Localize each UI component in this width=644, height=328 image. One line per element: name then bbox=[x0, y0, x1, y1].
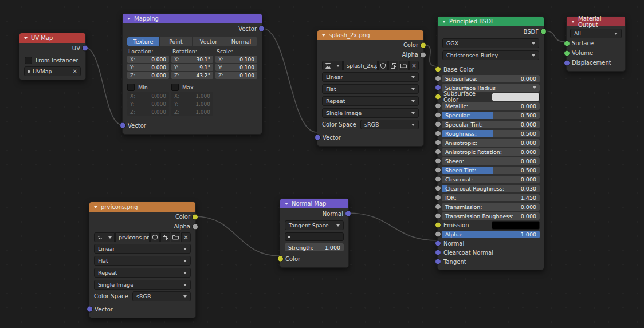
collapse-icon[interactable] bbox=[94, 206, 97, 208]
alpha-slider[interactable]: Alpha:1.000 bbox=[442, 231, 540, 238]
prvicons-header[interactable]: prvicons.png bbox=[89, 202, 195, 212]
anisotropic-slider[interactable]: Anisotropic:0.000 bbox=[442, 139, 540, 147]
collapse-icon[interactable] bbox=[442, 21, 446, 23]
space-dropdown[interactable]: Tangent Space bbox=[285, 220, 344, 230]
transmission-slider[interactable]: Transmission:0.000 bbox=[442, 203, 540, 211]
interpolation-dropdown[interactable]: Linear bbox=[322, 72, 419, 82]
subsurface-input-socket[interactable] bbox=[435, 76, 441, 82]
node-mapping[interactable]: Mapping Vector Texture Point Vector Norm… bbox=[122, 13, 262, 135]
normal-output-socket[interactable] bbox=[345, 211, 351, 217]
uv-output-socket[interactable] bbox=[82, 45, 88, 52]
roughness-input-socket[interactable] bbox=[435, 131, 441, 137]
min-y-field[interactable]: Y:0.000 bbox=[127, 100, 169, 108]
image-browse-button[interactable] bbox=[322, 61, 343, 70]
color-input-socket[interactable] bbox=[277, 256, 284, 262]
principled-header[interactable]: Principled BSDF bbox=[438, 17, 544, 26]
rotation-x-field[interactable]: X:30.1° bbox=[171, 56, 213, 63]
subsurface-color-swatch[interactable] bbox=[492, 93, 540, 101]
vector-input-socket[interactable] bbox=[87, 306, 93, 313]
clearcoat-slider[interactable]: Clearcoat:0.000 bbox=[442, 176, 540, 183]
open-file-button[interactable] bbox=[399, 61, 409, 70]
splash-header[interactable]: splash_2x.png bbox=[317, 30, 423, 40]
displacement-input-socket[interactable] bbox=[564, 60, 570, 66]
emission-input-socket[interactable] bbox=[435, 222, 441, 228]
rotation-z-field[interactable]: Z:43.2° bbox=[171, 72, 213, 79]
location-y-field[interactable]: Y:0.000 bbox=[127, 64, 169, 71]
projection-dropdown[interactable]: Flat bbox=[94, 256, 191, 266]
duplicate-button[interactable] bbox=[388, 61, 398, 70]
node-principled-bsdf[interactable]: Principled BSDF BSDF GGX Christensen-Bur… bbox=[437, 16, 544, 270]
unlink-button[interactable]: × bbox=[181, 232, 191, 242]
color-output-socket[interactable] bbox=[420, 42, 426, 48]
vector-type-button[interactable]: Vector bbox=[193, 37, 225, 46]
transmission-input-socket[interactable] bbox=[435, 204, 441, 210]
sheen-input-socket[interactable] bbox=[435, 158, 441, 164]
source-dropdown[interactable]: Single Image bbox=[94, 280, 191, 290]
subsurface-method-dropdown[interactable]: Christensen-Burley bbox=[442, 50, 539, 60]
sheen-tint-input-socket[interactable] bbox=[435, 167, 441, 173]
scale-z-field[interactable]: Z:0.100 bbox=[215, 72, 257, 79]
node-material-output[interactable]: Material Output All Surface Volume Displ… bbox=[566, 16, 626, 72]
clearcoat-roughness-slider[interactable]: Clearcoat Roughness:0.030 bbox=[442, 185, 540, 192]
image-browse-button[interactable] bbox=[94, 232, 115, 242]
collapse-icon[interactable] bbox=[571, 21, 575, 23]
extension-dropdown[interactable]: Repeat bbox=[322, 96, 419, 106]
strength-slider[interactable]: Strength: 1.000 bbox=[285, 243, 344, 251]
max-x-field[interactable]: X:1.000 bbox=[171, 92, 213, 100]
specular-tint-input-socket[interactable] bbox=[435, 121, 441, 128]
normal-input-socket[interactable] bbox=[435, 240, 441, 247]
scale-x-field[interactable]: X:0.100 bbox=[215, 56, 257, 63]
alpha-output-socket[interactable] bbox=[420, 52, 426, 58]
projection-dropdown[interactable]: Flat bbox=[322, 84, 419, 94]
uv-map-header[interactable]: UV Map bbox=[19, 33, 85, 43]
image-name-field[interactable]: splash_2x.png bbox=[343, 61, 378, 70]
roughness-slider[interactable]: Roughness:0.500 bbox=[442, 130, 540, 137]
min-x-field[interactable]: X:0.000 bbox=[127, 92, 169, 100]
scale-y-field[interactable]: Y:0.100 bbox=[215, 64, 257, 71]
texture-type-button[interactable]: Texture bbox=[127, 37, 159, 46]
metallic-input-socket[interactable] bbox=[435, 103, 441, 109]
color-output-socket[interactable] bbox=[192, 214, 198, 220]
clearcoat-roughness-input-socket[interactable] bbox=[435, 185, 441, 192]
max-y-field[interactable]: Y:1.000 bbox=[171, 100, 213, 108]
fake-user-button[interactable] bbox=[378, 61, 388, 70]
alpha-output-socket[interactable] bbox=[192, 223, 198, 230]
min-z-field[interactable]: Z:0.000 bbox=[127, 108, 169, 116]
collapse-icon[interactable] bbox=[285, 203, 288, 205]
bsdf-output-socket[interactable] bbox=[540, 29, 547, 35]
node-image-texture-prvicons[interactable]: prvicons.png Color Alpha prvicons.png × … bbox=[89, 201, 196, 318]
clearcoat-normal-input-socket[interactable] bbox=[435, 250, 441, 256]
clear-uvmap-icon[interactable]: × bbox=[73, 69, 77, 74]
sheen-slider[interactable]: Sheen:0.000 bbox=[442, 157, 540, 165]
clearcoat-input-socket[interactable] bbox=[435, 176, 441, 183]
collapse-icon[interactable] bbox=[127, 18, 131, 20]
location-x-field[interactable]: X:0.000 bbox=[127, 56, 169, 63]
specular-input-socket[interactable] bbox=[435, 112, 441, 118]
vector-output-socket[interactable] bbox=[258, 26, 265, 32]
node-image-texture-splash[interactable]: splash_2x.png Color Alpha splash_2x.png … bbox=[317, 30, 424, 147]
specular-slider[interactable]: Specular:0.500 bbox=[442, 112, 540, 119]
specular-tint-slider[interactable]: Specular Tint:0.000 bbox=[442, 121, 540, 128]
vector-input-socket[interactable] bbox=[120, 122, 126, 129]
sheen-tint-slider[interactable]: Sheen Tint:0.500 bbox=[442, 167, 540, 174]
transmission-roughness-input-socket[interactable] bbox=[435, 213, 441, 219]
min-checkbox[interactable] bbox=[127, 84, 135, 91]
ior-input-socket[interactable] bbox=[435, 195, 441, 201]
collapse-icon[interactable] bbox=[322, 34, 325, 37]
mapping-header[interactable]: Mapping bbox=[123, 14, 262, 23]
distribution-dropdown[interactable]: GGX bbox=[442, 38, 539, 48]
collapse-icon[interactable] bbox=[24, 37, 28, 39]
duplicate-button[interactable] bbox=[160, 232, 170, 242]
from-instancer-checkbox[interactable] bbox=[25, 57, 32, 64]
open-file-button[interactable] bbox=[171, 232, 180, 242]
base-color-input-socket[interactable] bbox=[435, 66, 441, 73]
volume-input-socket[interactable] bbox=[564, 50, 570, 56]
surface-input-socket[interactable] bbox=[564, 40, 570, 46]
max-z-field[interactable]: Z:1.000 bbox=[171, 108, 213, 116]
interpolation-dropdown[interactable]: Linear bbox=[94, 244, 191, 254]
normal-map-header[interactable]: Normal Map bbox=[280, 199, 348, 208]
uvmap-select[interactable]: UVMap × bbox=[24, 66, 81, 76]
node-normal-map[interactable]: Normal Map Normal Tangent Space Strength… bbox=[280, 198, 349, 268]
point-type-button[interactable]: Point bbox=[160, 37, 192, 46]
subsurface-radius-input-socket[interactable] bbox=[435, 85, 441, 91]
